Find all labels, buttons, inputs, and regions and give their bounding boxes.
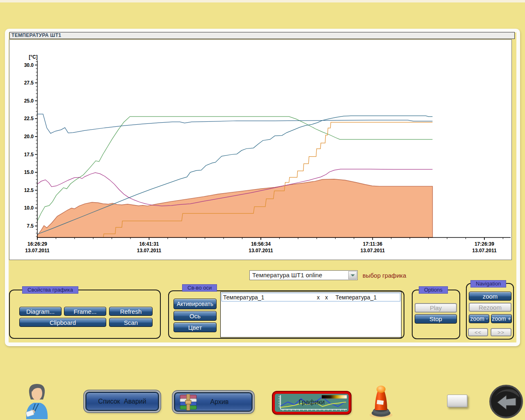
curves-list[interactable]: Температура_1 x x Температура_1 [220,292,402,338]
trend-chart-panel[interactable]: 30.027.525.022.520.017.515.012.510.07.5[… [9,39,512,260]
diagram-button[interactable]: Diagram... [19,307,62,316]
svg-text:17:26:39: 17:26:39 [475,241,494,247]
zoom-in-button[interactable]: zoom + [491,314,512,323]
axis-button[interactable]: Ось [173,311,217,321]
user-avatar-icon[interactable] [21,381,52,420]
svg-text:20.0: 20.0 [24,134,34,139]
group-title-axis-properties: Св-во оси [182,284,217,292]
svg-text:[°C]: [°C] [29,54,37,60]
svg-text:22.5: 22.5 [24,116,34,121]
group-title-navigation: Navigation [470,280,506,288]
graph-selector[interactable]: Температура ШТ1 online [249,270,358,280]
svg-text:13.07.2011: 13.07.2011 [361,248,385,253]
window-title-bar: ТЕМПЕРАТУРА ШТ1 [9,32,515,39]
graph-selector-value: Температура ШТ1 online [252,272,322,278]
frame-button[interactable]: Frame... [64,307,106,316]
archive-label: Архив [210,398,229,406]
curve-name-left: Температура_1 [222,294,314,301]
svg-text:10.0: 10.0 [24,205,34,211]
blank-button[interactable] [447,395,468,407]
step-back-button[interactable]: << [468,328,488,336]
zoom-button[interactable]: zoom [469,292,511,301]
svg-text:17.5: 17.5 [24,152,34,158]
svg-text:16:41:31: 16:41:31 [139,241,159,247]
refresh-button[interactable]: Refresh [109,307,153,316]
activate-button[interactable]: Активировать [173,299,217,309]
svg-text:13.07.2011: 13.07.2011 [25,248,50,253]
color-button[interactable]: Цвет [173,322,217,332]
alarm-beacon-icon[interactable] [368,384,395,420]
trend-chart-svg[interactable]: 30.027.525.022.520.017.515.012.510.07.5[… [9,40,511,260]
play-button[interactable]: Play [415,303,457,313]
svg-text:27.5: 27.5 [24,80,34,86]
svg-text:25.0: 25.0 [24,98,34,104]
svg-text:17:11:36: 17:11:36 [363,241,383,247]
graphs-label: Графики [275,399,349,406]
stop-button[interactable]: Stop [415,314,457,324]
curve-axis-x1: x [314,294,322,301]
curve-list-item[interactable]: Температура_1 x x Температура_1 [221,293,400,301]
chevron-down-icon [351,274,355,276]
rezoom-button[interactable]: Rezoom [469,303,511,312]
window-title: ТЕМПЕРАТУРА ШТ1 [11,32,61,38]
clipboard-button[interactable]: Clipboard [19,318,106,327]
svg-text:30.0: 30.0 [24,62,34,68]
combo-dropdown-button[interactable] [348,271,357,279]
zoom-out-button[interactable]: zoom - [469,314,489,323]
svg-text:15.0: 15.0 [24,169,34,175]
svg-text:16:56:34: 16:56:34 [251,241,271,247]
scan-button[interactable]: Scan [109,318,153,327]
svg-text:12.5: 12.5 [24,187,34,193]
step-forward-button[interactable]: >> [491,328,511,336]
svg-text:13.07.2011: 13.07.2011 [137,248,162,253]
screen-top-edge [0,0,525,2]
svg-text:7.5: 7.5 [27,223,34,229]
curve-name-right: Температура_1 [336,294,377,301]
alarm-list-button[interactable]: Список Аварий [85,392,159,411]
svg-text:13.07.2011: 13.07.2011 [249,248,273,253]
alarm-list-label: Список Аварий [98,398,146,405]
svg-text:16:26:29: 16:26:29 [27,241,47,247]
group-title-chart-properties: Свойства графика [22,286,78,294]
back-button[interactable] [489,384,523,420]
graphs-button[interactable]: Графики [273,392,351,414]
group-title-options: Options [419,286,448,294]
archive-books-icon [179,394,197,411]
svg-text:13.07.2011: 13.07.2011 [472,248,497,253]
graph-selector-caption: выбор графика [363,272,406,279]
curve-axis-x2: x [322,294,331,301]
archive-button[interactable]: Архив [174,392,253,412]
